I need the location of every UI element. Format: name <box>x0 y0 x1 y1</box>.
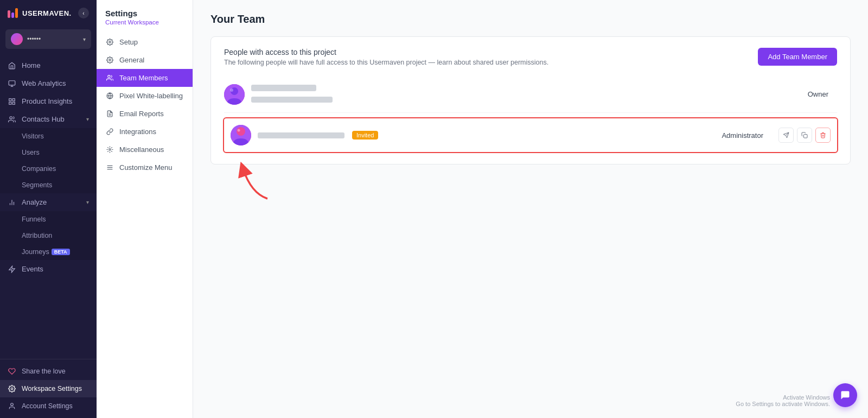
sidebar-item-home[interactable]: Home <box>0 56 97 74</box>
home-icon <box>8 62 16 69</box>
zap-icon <box>8 265 16 273</box>
settings-nav-general-label: General <box>119 56 144 64</box>
member-role: Owner <box>808 90 828 98</box>
pixel-icon <box>105 92 114 99</box>
sidebar-item-visitors[interactable]: Visitors <box>0 128 97 144</box>
avatar <box>231 125 251 145</box>
settings-nav-email-reports[interactable]: Email Reports <box>97 105 193 123</box>
sidebar-item-account-settings-label: Account Settings <box>22 402 89 410</box>
resend-invite-button[interactable] <box>778 128 794 143</box>
journeys-beta-badge: BETA <box>52 249 70 255</box>
svg-point-14 <box>108 41 110 43</box>
sidebar-item-web-analytics-label: Web Analytics <box>22 79 89 87</box>
email-reports-icon <box>105 110 114 117</box>
sidebar-item-product-insights[interactable]: Product Insights <box>0 92 97 110</box>
sidebar-item-funnels[interactable]: Funnels <box>0 211 97 227</box>
sidebar-item-companies[interactable]: Companies <box>0 161 97 177</box>
sidebar-item-companies-label: Companies <box>22 165 56 173</box>
logo-text: USERMAVEN. <box>22 9 72 17</box>
chat-bubble-button[interactable] <box>833 383 857 407</box>
settings-nav-general[interactable]: General <box>97 51 193 69</box>
sidebar-item-share-love-label: Share the love <box>22 368 89 375</box>
settings-nav-integrations[interactable]: Integrations <box>97 123 193 141</box>
sidebar-item-contacts-hub[interactable]: Contacts Hub ▾ <box>0 110 97 128</box>
settings-nav-pixel-whitelabelling[interactable]: Pixel White-labelling <box>97 87 193 105</box>
workspace-chevron-icon: ▾ <box>83 36 86 42</box>
table-row: Owner <box>224 76 837 113</box>
team-card-info: People with access to this project The f… <box>224 48 548 76</box>
sidebar-item-workspace-settings[interactable]: Workspace Settings <box>0 380 97 397</box>
sidebar-item-journeys-label: Journeys <box>22 248 49 256</box>
svg-point-12 <box>11 388 13 390</box>
svg-rect-6 <box>12 102 15 104</box>
sidebar-item-account-settings[interactable]: Account Settings <box>0 397 97 415</box>
invited-badge: Invited <box>352 131 378 140</box>
sidebar-item-events[interactable]: Events <box>0 260 97 278</box>
settings-nav-team-members-label: Team Members <box>119 74 168 82</box>
general-icon <box>105 56 114 64</box>
team-card-desc-text: The following people will have full acce… <box>224 59 548 66</box>
sidebar-item-workspace-settings-label: Workspace Settings <box>22 385 89 392</box>
sidebar: USERMAVEN. ‹ •••••• ▾ Home Web Analytics… <box>0 0 97 418</box>
copy-button[interactable] <box>797 128 812 143</box>
svg-rect-3 <box>9 98 11 100</box>
contacts-sub-nav: Visitors Users Companies Segments <box>0 128 97 193</box>
miscellaneous-icon <box>105 146 114 153</box>
member-info: Invited <box>258 131 715 140</box>
sidebar-item-web-analytics[interactable]: Web Analytics <box>0 74 97 92</box>
settings-nav-setup[interactable]: Setup <box>97 33 193 51</box>
main-content: Your Team People with access to this pro… <box>193 0 868 418</box>
sidebar-item-users-label: Users <box>22 149 40 156</box>
member-email-blurred <box>258 132 344 138</box>
settings-nav-miscellaneous[interactable]: Miscellaneous <box>97 141 193 159</box>
sidebar-item-product-insights-label: Product Insights <box>22 97 89 105</box>
settings-nav-customize-menu-label: Customize Menu <box>119 163 173 172</box>
settings-nav-customize-menu[interactable]: Customize Menu <box>97 159 193 176</box>
sidebar-bottom: Share the love Workspace Settings Accoun… <box>0 359 97 418</box>
sidebar-item-events-label: Events <box>22 265 89 273</box>
heart-icon <box>8 368 16 375</box>
svg-point-16 <box>107 75 110 78</box>
team-card: People with access to this project The f… <box>210 36 851 164</box>
windows-activation-line2: Go to Settings to activate Windows. <box>736 401 830 407</box>
svg-point-30 <box>238 129 240 132</box>
sidebar-item-segments-label: Segments <box>22 181 52 189</box>
monitor-icon <box>8 80 16 87</box>
windows-activation-line1: Activate Windows <box>736 394 830 401</box>
team-card-desc: The following people will have full acce… <box>224 59 548 66</box>
logo-area: USERMAVEN. ‹ <box>0 0 97 26</box>
sidebar-item-visitors-label: Visitors <box>22 132 44 140</box>
sidebar-collapse-button[interactable]: ‹ <box>78 8 89 18</box>
settings-nav-miscellaneous-label: Miscellaneous <box>119 145 164 154</box>
sidebar-item-attribution[interactable]: Attribution <box>0 227 97 244</box>
workspace-selector[interactable]: •••••• ▾ <box>5 29 91 49</box>
svg-rect-4 <box>12 98 15 100</box>
sidebar-item-users[interactable]: Users <box>0 144 97 161</box>
sidebar-item-share-love[interactable]: Share the love <box>0 363 97 380</box>
setup-icon <box>105 39 114 46</box>
svg-point-27 <box>230 88 233 92</box>
team-card-header: People with access to this project The f… <box>224 48 837 76</box>
account-settings-icon <box>8 402 16 410</box>
sidebar-item-segments[interactable]: Segments <box>0 177 97 193</box>
sidebar-item-journeys[interactable]: Journeys BETA <box>0 244 97 260</box>
sidebar-item-analyze[interactable]: Analyze ▾ <box>0 193 97 211</box>
svg-point-7 <box>10 116 12 119</box>
member-info <box>251 84 801 105</box>
settings-sidebar: Settings Current Workspace Setup General… <box>97 0 193 418</box>
settings-subtitle: Current Workspace <box>97 19 193 33</box>
delete-button[interactable] <box>815 128 831 143</box>
settings-nav-team-members[interactable]: Team Members <box>97 69 193 87</box>
settings-nav-setup-label: Setup <box>119 38 138 46</box>
logo-bar-2 <box>11 12 14 18</box>
team-card-title: People with access to this project <box>224 48 548 56</box>
add-team-member-button[interactable]: Add Team Member <box>758 48 837 66</box>
table-row: Invited Administrator <box>223 117 838 153</box>
svg-point-13 <box>11 403 14 406</box>
svg-rect-0 <box>9 80 15 85</box>
member-name-blurred <box>251 85 316 91</box>
workspace-settings-icon <box>8 385 16 392</box>
workspace-avatar <box>11 33 23 45</box>
svg-point-21 <box>108 149 110 150</box>
sidebar-item-analyze-label: Analyze <box>22 198 81 206</box>
